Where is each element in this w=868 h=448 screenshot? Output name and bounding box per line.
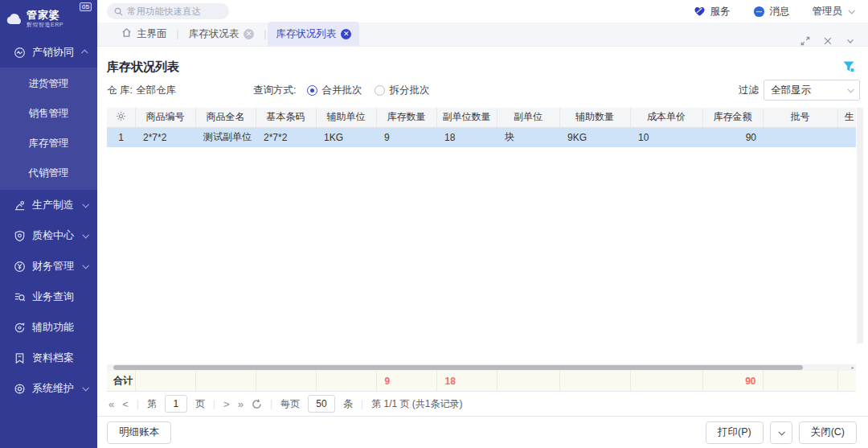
column-header-辅助数量[interactable]: 辅助数量: [559, 108, 630, 127]
search-doc-icon: [13, 290, 26, 303]
chevron-down-icon: [82, 232, 88, 238]
sidebar-subitem-进货管理[interactable]: 进货管理: [0, 69, 97, 99]
tab-主界面[interactable]: 主界面: [113, 22, 175, 46]
tab-divider: |: [264, 28, 266, 39]
chevron-down-icon[interactable]: [845, 36, 855, 46]
summary-辅助单位: [316, 371, 376, 391]
chevron-down-icon: [82, 262, 88, 269]
sidebar-subitem-代销管理[interactable]: 代销管理: [0, 158, 97, 188]
summary-row: 合计91890: [107, 371, 856, 391]
tab-close-icon[interactable]: ✕: [244, 29, 254, 39]
tab-divider: |: [177, 28, 179, 39]
table-row[interactable]: 12*7*2测试副单位2*7*21KG918块9KG1090: [107, 127, 856, 147]
heart-icon: [694, 6, 706, 17]
radio-合并批次[interactable]: 合并批次: [307, 84, 362, 97]
summary-辅助数量: [559, 371, 630, 391]
hscroll-thumb[interactable]: [113, 365, 803, 370]
tab-库存状况列表[interactable]: 库存状况列表✕: [268, 22, 359, 46]
summary-库存金额: 90: [702, 371, 763, 391]
per-page-pre-label: 每页: [280, 397, 300, 411]
tab-label: 主界面: [137, 27, 167, 41]
radio-icon: [307, 85, 317, 96]
row-number: 1: [107, 127, 135, 147]
quick-search[interactable]: [107, 3, 229, 19]
sidebar: 管家婆 辉煌智造ERP 05 产销协同进货管理销售管理库存管理代销管理生产制造质…: [0, 0, 97, 448]
print-options-button[interactable]: [770, 421, 792, 444]
close-icon[interactable]: [823, 36, 833, 46]
user-menu[interactable]: 管理员: [813, 5, 854, 18]
column-header-商品编号[interactable]: 商品编号: [135, 108, 195, 127]
last-page-button[interactable]: »: [238, 398, 244, 410]
column-settings-gear-icon[interactable]: [107, 108, 135, 127]
vertical-scrollbar[interactable]: [857, 108, 863, 343]
sidebar-item-label: 辅助功能: [32, 320, 88, 335]
version-badge: 05: [80, 2, 92, 11]
search-icon: [114, 7, 123, 16]
page-number-input[interactable]: 1: [165, 395, 187, 413]
shield-icon: [13, 229, 26, 242]
print-button[interactable]: 打印(P): [706, 421, 764, 444]
summary-label: 合计: [107, 371, 135, 391]
sidebar-item-生产制造[interactable]: 生产制造: [0, 190, 97, 220]
radio-label: 合并批次: [321, 84, 362, 97]
column-header-成本单价[interactable]: 成本单价: [630, 108, 702, 127]
cell-生: [837, 127, 856, 147]
chevron-up-icon: [81, 49, 88, 55]
column-header-辅助单位[interactable]: 辅助单位: [316, 108, 376, 127]
sidebar-subitem-库存管理[interactable]: 库存管理: [0, 129, 97, 158]
footer-toolbar: 明细账本 打印(P) 关闭(C): [97, 416, 868, 448]
archive-icon: [13, 351, 26, 364]
summary-商品编号: [135, 371, 195, 391]
summary-table: 合计91890: [107, 371, 856, 391]
filter-select[interactable]: 全部显示: [764, 80, 860, 101]
factory-icon: [13, 199, 26, 212]
page-title: 库存状况列表: [107, 60, 179, 75]
next-page-button[interactable]: >: [223, 398, 230, 410]
column-header-库存金额[interactable]: 库存金额: [702, 108, 763, 127]
tab-close-icon[interactable]: ✕: [341, 29, 351, 39]
tab-label: 库存状况列表: [276, 27, 336, 41]
first-page-button[interactable]: «: [108, 398, 114, 410]
close-button[interactable]: 关闭(C): [799, 421, 857, 444]
sidebar-item-产销协同[interactable]: 产销协同: [0, 37, 97, 68]
message-menu[interactable]: 消息: [753, 5, 790, 18]
chevron-down-icon: [82, 384, 88, 391]
column-header-副单位数量[interactable]: 副单位数量: [436, 108, 497, 127]
column-header-基本条码[interactable]: 基本条码: [256, 108, 316, 127]
chevron-down-icon: [848, 7, 854, 14]
warehouse-label: 仓 库:: [107, 84, 133, 97]
sidebar-item-业务查询[interactable]: 业务查询: [0, 282, 97, 312]
tab-库存状况表[interactable]: 库存状况表✕: [181, 22, 263, 46]
brand-subtitle: 辉煌智造ERP: [27, 22, 63, 27]
assist-icon: [13, 321, 26, 334]
per-page-input[interactable]: 50: [308, 395, 335, 413]
column-header-生[interactable]: 生: [837, 108, 856, 127]
warehouse-value[interactable]: 全部仓库: [136, 84, 176, 97]
tab-label: 库存状况表: [189, 27, 240, 41]
column-header-批号[interactable]: 批号: [763, 108, 837, 127]
sidebar-item-资料档案[interactable]: 资料档案: [0, 343, 97, 373]
sidebar-item-质检中心[interactable]: 质检中心: [0, 220, 97, 251]
detail-ledger-button[interactable]: 明细账本: [107, 421, 171, 444]
sidebar-item-财务管理[interactable]: 财务管理: [0, 251, 97, 282]
service-menu[interactable]: 服务: [694, 5, 731, 18]
hscroll-right-arrow[interactable]: ▸: [850, 364, 856, 371]
cell-副单位: 块: [497, 127, 559, 147]
chevron-down-icon: [847, 86, 854, 92]
sidebar-item-系统维护[interactable]: 系统维护: [0, 373, 97, 404]
sidebar-subitem-销售管理[interactable]: 销售管理: [0, 99, 97, 129]
cell-副单位数量: 18: [436, 127, 497, 147]
refresh-icon[interactable]: [252, 399, 262, 409]
summary-批号: [763, 371, 837, 391]
search-input[interactable]: [127, 6, 215, 16]
radio-icon: [375, 85, 385, 96]
radio-拆分批次[interactable]: 拆分批次: [375, 84, 429, 97]
prev-page-button[interactable]: <: [122, 398, 129, 410]
sidebar-item-辅助功能[interactable]: 辅助功能: [0, 312, 97, 343]
horizontal-scrollbar[interactable]: ▸: [107, 364, 856, 371]
column-header-副单位[interactable]: 副单位: [497, 108, 559, 127]
filter-funnel-icon[interactable]: [842, 60, 855, 73]
column-header-商品全名[interactable]: 商品全名: [195, 108, 256, 127]
column-header-库存数量[interactable]: 库存数量: [376, 108, 436, 127]
maximize-icon[interactable]: [800, 36, 810, 46]
